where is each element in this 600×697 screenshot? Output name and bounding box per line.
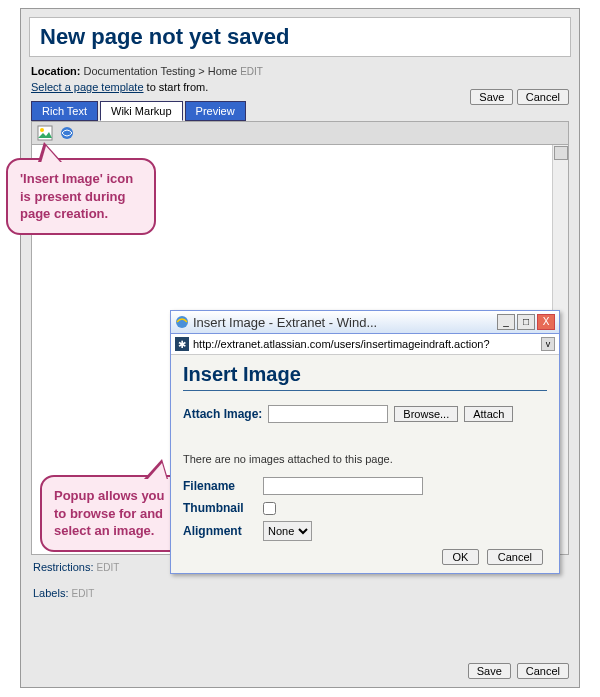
callout-popup-browse: Popup allows you to browse for and selec…	[40, 475, 190, 552]
filename-input[interactable]	[263, 477, 423, 495]
svg-point-2	[61, 127, 73, 139]
address-bar: ✱ v	[171, 334, 559, 355]
popup-body: Insert Image Attach Image: Browse... Att…	[171, 355, 559, 573]
edit-labels-link[interactable]: EDIT	[72, 588, 95, 599]
cancel-button-bottom[interactable]: Cancel	[517, 663, 569, 679]
insert-link-icon[interactable]	[59, 125, 75, 141]
cancel-button-popup[interactable]: Cancel	[487, 549, 543, 565]
attach-row: Attach Image: Browse... Attach	[183, 405, 547, 423]
edit-location-link[interactable]: EDIT	[240, 66, 263, 77]
cancel-button[interactable]: Cancel	[517, 89, 569, 105]
insert-image-popup: Insert Image - Extranet - Wind... _ □ X …	[170, 310, 560, 574]
svg-point-1	[40, 128, 44, 132]
scroll-up-icon[interactable]	[554, 146, 568, 160]
favicon-icon: ✱	[175, 337, 189, 351]
window-controls: _ □ X	[497, 314, 555, 330]
save-button[interactable]: Save	[470, 89, 513, 105]
bottom-button-row: Save Cancel	[468, 663, 569, 679]
popup-window-title: Insert Image - Extranet - Wind...	[193, 315, 493, 330]
ok-button[interactable]: OK	[442, 549, 480, 565]
svg-text:✱: ✱	[178, 339, 186, 350]
page-title: New page not yet saved	[40, 24, 560, 50]
save-button-bottom[interactable]: Save	[468, 663, 511, 679]
url-dropdown-icon[interactable]: v	[541, 337, 555, 351]
divider	[183, 390, 547, 391]
popup-heading: Insert Image	[183, 363, 547, 386]
attach-label: Attach Image:	[183, 407, 262, 421]
callout-tail-icon	[38, 142, 62, 162]
callout-tail-icon	[144, 459, 168, 479]
location-line: Location: Documentation Testing > Home E…	[31, 65, 569, 77]
filename-row: Filename	[183, 477, 547, 495]
top-button-row: Save Cancel	[470, 89, 569, 105]
tab-rich-text[interactable]: Rich Text	[31, 101, 98, 121]
ie-icon	[175, 315, 189, 329]
callout-insert-image: 'Insert Image' icon is present during pa…	[6, 158, 156, 235]
popup-button-row: OK Cancel	[183, 549, 547, 565]
popup-titlebar[interactable]: Insert Image - Extranet - Wind... _ □ X	[171, 311, 559, 334]
title-input-area[interactable]: New page not yet saved	[29, 17, 571, 57]
browse-button[interactable]: Browse...	[394, 406, 458, 422]
tab-preview[interactable]: Preview	[185, 101, 246, 121]
thumbnail-checkbox[interactable]	[263, 502, 276, 515]
url-input[interactable]	[193, 338, 537, 350]
thumbnail-row: Thumbnail	[183, 501, 547, 515]
insert-image-icon[interactable]	[37, 125, 53, 141]
editor-toolbar	[31, 121, 569, 145]
labels-line: Labels: EDIT	[33, 587, 567, 599]
alignment-row: Alignment None	[183, 521, 547, 541]
close-button[interactable]: X	[537, 314, 555, 330]
maximize-button[interactable]: □	[517, 314, 535, 330]
alignment-select[interactable]: None	[263, 521, 312, 541]
select-template-link[interactable]: Select a page template	[31, 81, 144, 93]
tab-wiki-markup[interactable]: Wiki Markup	[100, 101, 183, 121]
minimize-button[interactable]: _	[497, 314, 515, 330]
edit-restrictions-link[interactable]: EDIT	[97, 562, 120, 573]
attach-button[interactable]: Attach	[464, 406, 513, 422]
attach-path-input[interactable]	[268, 405, 388, 423]
no-images-message: There are no images attached to this pag…	[183, 453, 547, 465]
